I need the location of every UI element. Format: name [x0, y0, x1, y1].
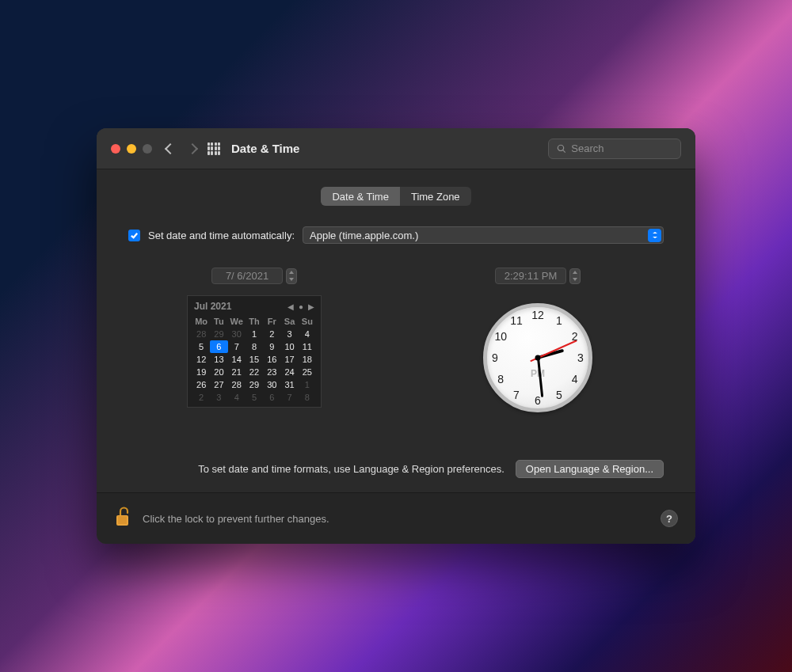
tab-time-zone[interactable]: Time Zone	[400, 187, 471, 206]
time-server-value: Apple (time.apple.com.)	[310, 230, 418, 241]
clock-number: 1	[556, 314, 562, 327]
forward-button	[187, 142, 198, 154]
calendar-dow: Tu	[210, 315, 227, 328]
calendar-dow: Th	[246, 315, 263, 328]
calendar-day: 29	[210, 328, 227, 340]
lock-icon[interactable]	[114, 506, 131, 531]
calendar-day: 23	[263, 366, 280, 378]
calendar-day: 8	[299, 391, 316, 404]
calendar-day: 22	[246, 366, 263, 378]
calendar-day: 29	[246, 378, 263, 391]
format-hint-text: To set date and time formats, use Langua…	[198, 463, 505, 475]
auto-set-label: Set date and time automatically:	[148, 230, 295, 241]
calendar-day: 20	[210, 366, 227, 378]
calendar-day: 1	[246, 328, 263, 340]
calendar-day: 12	[192, 353, 210, 366]
preferences-window: Date & Time Date & Time Time Zone Set da…	[97, 128, 695, 544]
calendar-day: 2	[263, 328, 280, 340]
clock-number: 5	[556, 389, 562, 401]
calendar-day: 3	[280, 328, 298, 340]
svg-marker-2	[289, 271, 294, 274]
traffic-lights	[111, 144, 152, 154]
calendar-next-icon: ▶	[308, 302, 314, 311]
clock-number: 4	[572, 373, 578, 385]
analog-clock: PM 121234567891011	[483, 303, 592, 412]
calendar-day: 10	[280, 340, 298, 353]
dropdown-icon	[648, 229, 661, 242]
nav-buttons	[166, 145, 196, 153]
time-step-up	[570, 269, 580, 276]
calendar-day: 11	[299, 340, 316, 353]
svg-marker-5	[573, 278, 577, 281]
calendar-day: 6	[210, 340, 227, 353]
clock-number: 11	[510, 314, 523, 327]
calendar-day: 6	[263, 391, 280, 404]
calendar-day: 28	[228, 378, 246, 391]
search-icon	[557, 143, 566, 154]
tab-segment: Date & Time Time Zone	[120, 187, 672, 206]
calendar-day: 13	[210, 353, 227, 366]
calendar-day: 2	[192, 391, 210, 404]
time-step-down	[570, 276, 580, 283]
help-button[interactable]: ?	[661, 510, 678, 527]
titlebar: Date & Time	[97, 128, 695, 169]
calendar-day: 4	[228, 391, 246, 404]
minimize-window-button[interactable]	[127, 144, 136, 154]
calendar: Jul 2021 ◀ ● ▶ MoTuWeThFrSaSu28293012345…	[187, 295, 322, 408]
clock-number: 9	[492, 351, 498, 364]
calendar-day: 30	[263, 378, 280, 391]
date-step-down	[287, 276, 296, 283]
format-hint-row: To set date and time formats, use Langua…	[120, 460, 672, 492]
calendar-day: 18	[299, 353, 316, 366]
window-title: Date & Time	[231, 142, 299, 155]
calendar-prev-icon: ◀	[287, 302, 294, 311]
calendar-nav: ◀ ● ▶	[287, 302, 314, 311]
calendar-dow: Mo	[192, 315, 210, 328]
zoom-window-button	[143, 144, 152, 154]
calendar-day: 31	[280, 378, 298, 391]
calendar-day: 26	[192, 378, 210, 391]
svg-marker-3	[289, 278, 294, 281]
clock-number: 10	[494, 330, 507, 343]
search-field[interactable]	[548, 139, 681, 159]
time-server-select[interactable]: Apple (time.apple.com.)	[303, 226, 664, 244]
auto-set-checkbox[interactable]	[128, 230, 140, 241]
calendar-day: 1	[299, 378, 316, 391]
calendar-day: 19	[192, 366, 210, 378]
calendar-day: 5	[246, 391, 263, 404]
calendar-day: 8	[246, 340, 263, 353]
calendar-day: 7	[280, 391, 298, 404]
back-button[interactable]	[165, 142, 176, 154]
checkmark-icon	[130, 231, 139, 240]
calendar-day: 4	[299, 328, 316, 340]
search-input[interactable]	[571, 142, 672, 154]
calendar-day: 17	[280, 353, 298, 366]
tab-date-time[interactable]: Date & Time	[321, 187, 400, 206]
calendar-day: 15	[246, 353, 263, 366]
calendar-dow: Sa	[280, 315, 298, 328]
calendar-day: 28	[192, 328, 210, 340]
clock-number: 2	[572, 330, 578, 343]
time-field: 2:29:11 PM	[495, 268, 566, 284]
svg-marker-4	[573, 271, 577, 274]
calendar-day: 30	[228, 328, 246, 340]
calendar-month-label: Jul 2021	[194, 301, 231, 312]
time-column: 2:29:11 PM PM 121234567891011	[412, 268, 664, 412]
calendar-day: 5	[192, 340, 210, 353]
date-field: 7/ 6/2021	[211, 268, 283, 284]
open-language-region-button[interactable]: Open Language & Region...	[516, 460, 664, 478]
main-panel: Date & Time Time Zone Set date and time …	[97, 169, 695, 492]
calendar-today-icon: ●	[299, 302, 303, 311]
clock-number: 6	[535, 394, 541, 407]
calendar-day: 21	[228, 366, 246, 378]
close-window-button[interactable]	[111, 144, 120, 154]
calendar-day: 9	[263, 340, 280, 353]
show-all-icon[interactable]	[208, 142, 220, 155]
calendar-dow: Fr	[263, 315, 280, 328]
time-stepper	[569, 268, 581, 284]
calendar-day: 3	[210, 391, 227, 404]
clock-pivot	[535, 355, 541, 361]
lock-hint-text: Click the lock to prevent further change…	[143, 513, 649, 525]
calendar-day: 14	[228, 353, 246, 366]
date-column: 7/ 6/2021 Jul 2021 ◀ ● ▶	[128, 268, 380, 412]
